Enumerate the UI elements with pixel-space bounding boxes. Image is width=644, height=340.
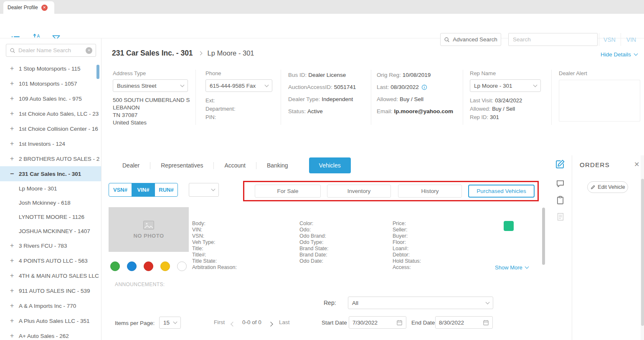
sidebar-rep-item[interactable]: Lp Moore - 301 (0, 181, 101, 195)
expand-plus-icon[interactable] (10, 272, 19, 279)
expand-plus-icon[interactable] (10, 287, 19, 294)
show-more-link[interactable]: Show More (495, 264, 528, 271)
info-icon[interactable] (421, 84, 427, 90)
browser-tab-dealer-profile[interactable]: Dealer Profile (3, 1, 54, 14)
expand-plus-icon[interactable] (10, 317, 19, 325)
breadcrumb-rep[interactable]: Lp Moore - 301 (208, 49, 254, 57)
expand-plus-icon[interactable] (10, 110, 19, 117)
phone-select[interactable]: 615-444-9585 Fax (205, 79, 272, 92)
purchased-vehicles-button-active[interactable]: Purchased Vehicles (468, 185, 535, 198)
tab-dealer[interactable]: Dealer (112, 162, 150, 169)
sidebar-item[interactable]: 1st Choice Collision Center - 16 (0, 121, 101, 136)
address-type-select[interactable]: Business Street (113, 79, 188, 92)
close-icon[interactable] (41, 5, 48, 11)
expand-plus-icon[interactable] (10, 242, 19, 249)
history-button[interactable]: History (398, 185, 462, 198)
run-number-button[interactable]: RUN# (155, 183, 178, 197)
edit-vehicle-button[interactable]: Edit Vehicle (587, 181, 628, 193)
vsn-button[interactable]: VSN (599, 33, 620, 46)
status-dot-white[interactable] (177, 261, 187, 271)
chevron-right-icon[interactable] (269, 321, 272, 327)
end-date-field[interactable] (435, 316, 493, 329)
sidebar-rep-item[interactable]: Josh Mckinney - 618 (0, 195, 101, 210)
sidebar-item[interactable]: A Plus Auto Sales LLC - 351 (0, 313, 101, 328)
rep-name-label: Rep Name (470, 70, 541, 76)
vsn-number-button[interactable]: VSN# (109, 183, 132, 197)
tab-representatives[interactable]: Representatives (150, 162, 213, 169)
collapse-minus-icon[interactable] (10, 170, 19, 178)
rep-name-select[interactable]: Lp Moore - 301 (470, 79, 541, 92)
sidebar-item[interactable]: 911 AUTO SALES INC - 539 (0, 283, 101, 298)
hide-details-link[interactable]: Hide Details (601, 51, 637, 58)
expand-plus-icon[interactable] (10, 80, 19, 87)
sidebar-item-selected[interactable]: 231 Car Sales Inc. - 301 (0, 166, 101, 181)
sidebar-item[interactable]: A & A Imports Inc - 770 (0, 298, 101, 313)
clear-search-icon[interactable] (86, 47, 92, 54)
for-sale-button[interactable]: For Sale (255, 185, 321, 198)
expand-plus-icon[interactable] (10, 95, 19, 102)
orders-scrollbar-thumb[interactable] (641, 179, 644, 326)
pagination-last[interactable]: Last (279, 319, 290, 325)
status-dot-red[interactable] (144, 261, 153, 271)
expand-plus-icon[interactable] (10, 257, 19, 264)
expand-plus-icon[interactable] (10, 332, 19, 340)
sidebar-rep-item[interactable]: LYNOTTE MOORE - 1126 (0, 210, 101, 224)
dealer-name-search-box[interactable] (6, 44, 96, 57)
expand-plus-icon[interactable] (10, 155, 19, 162)
sidebar-item-label: 1st Choice Collision Center - 16 (19, 126, 98, 132)
close-icon[interactable] (634, 160, 639, 168)
vin-number-button-active[interactable]: VIN# (132, 183, 155, 197)
breadcrumb-dealer[interactable]: 231 Car Sales Inc. - 301 (112, 49, 193, 58)
field-label: Odo Type: (299, 239, 329, 246)
end-date-label: End Date (411, 320, 435, 326)
department-label: Department: (205, 105, 272, 113)
sidebar-item[interactable]: 4 POINTS AUTO LLC - 563 (0, 253, 101, 268)
status-dot-blue[interactable] (127, 261, 137, 271)
sidebar-item-label: 911 AUTO SALES INC - 539 (19, 288, 90, 294)
field-label: Title State: (192, 258, 237, 264)
calendar-icon[interactable] (396, 320, 403, 326)
expand-plus-icon[interactable] (10, 125, 19, 132)
calendar-icon[interactable] (483, 320, 489, 326)
status-dot-green[interactable] (110, 261, 120, 271)
email-field: Email:lp.moore@yahoo.com (377, 108, 461, 114)
sidebar-item[interactable]: 4TH & MAIN AUTO SALES LLC (0, 268, 101, 283)
search-input[interactable] (508, 33, 598, 46)
status-dot-yellow[interactable] (160, 261, 170, 271)
advanced-search-button[interactable]: Advanced Search (440, 33, 501, 46)
sidebar-item[interactable]: 2 BROTHERS AUTO SALES - 2 (0, 151, 101, 166)
dealer-name-search-input[interactable] (18, 47, 83, 53)
inventory-button[interactable]: Inventory (327, 185, 391, 198)
vin-button[interactable]: VIN (621, 33, 641, 46)
sidebar-item[interactable]: 101 Motorsports - 1057 (0, 76, 101, 91)
tab-account[interactable]: Account (214, 162, 256, 169)
dealer-alert-box[interactable] (559, 80, 640, 122)
expand-plus-icon[interactable] (10, 302, 19, 310)
document-icon[interactable] (556, 212, 565, 223)
rep-filter-select[interactable]: All (348, 297, 493, 309)
sidebar-item[interactable]: 109 Auto Sales Inc. - 975 (0, 91, 101, 106)
end-date-input[interactable] (439, 320, 474, 326)
chevron-left-icon[interactable] (231, 321, 235, 327)
sidebar-item[interactable]: A+ Auto Sales - 262 (0, 328, 101, 340)
tab-banking[interactable]: Banking (256, 162, 299, 169)
sidebar-item[interactable]: 3 Rivers FCU - 783 (0, 238, 101, 253)
field-label: VIN: (192, 227, 237, 233)
sidebar-item[interactable]: 1st Investors - 124 (0, 136, 101, 151)
sidebar-rep-item[interactable]: JOSHUA MCKINNEY - 1407 (0, 224, 101, 238)
expand-plus-icon[interactable] (10, 140, 19, 147)
start-date-field[interactable] (349, 316, 406, 329)
edit-icon[interactable] (554, 159, 565, 171)
vehicle-status-dots (110, 261, 187, 271)
pagination-first[interactable]: First (214, 319, 225, 325)
chat-icon[interactable] (555, 179, 565, 190)
items-per-page-select[interactable]: 15 (159, 317, 181, 329)
sidebar-item[interactable]: 1st Choice Auto Sales, LLC - 23 (0, 106, 101, 121)
vehicle-lookup-select[interactable] (189, 183, 219, 197)
tab-vehicles-active[interactable]: Vehicles (309, 157, 351, 173)
start-date-input[interactable] (352, 320, 388, 326)
expand-plus-icon[interactable] (10, 65, 19, 72)
sidebar-item[interactable]: 1 Stop Motorsports - 115 (0, 61, 101, 76)
content-scrollbar-thumb[interactable] (542, 208, 545, 265)
clipboard-icon[interactable] (555, 195, 565, 206)
